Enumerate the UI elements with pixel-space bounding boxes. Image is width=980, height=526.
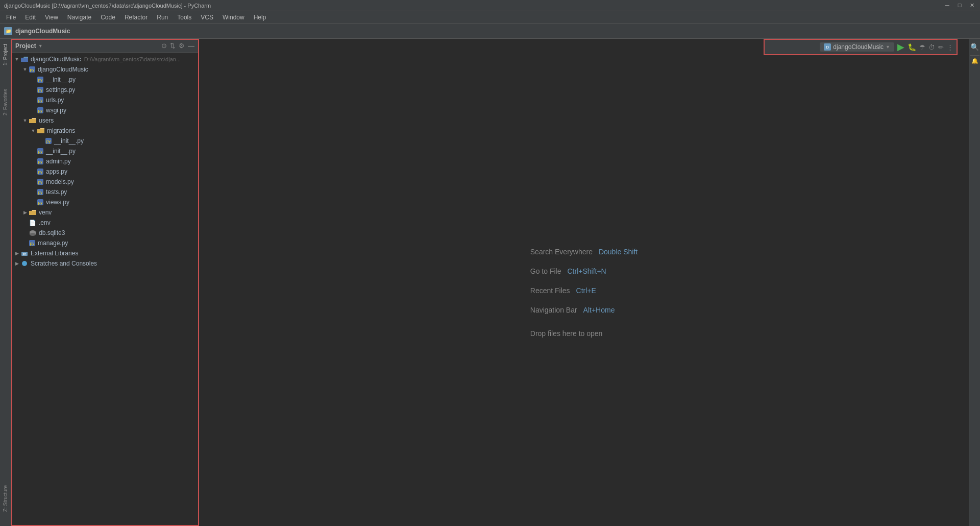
tree-item[interactable]: ▶libExternal Libraries [11,248,199,258]
tree-file-icon: py [37,148,44,155]
tree-item[interactable]: ▼users [11,115,199,126]
maximize-button[interactable]: □ [955,2,964,9]
tree-item[interactable]: pytests.py [11,187,199,197]
title-bar-controls: ─ □ ✕ [943,2,976,9]
menu-item-tools[interactable]: Tools [173,13,195,22]
tree-item[interactable]: py__init__.py [11,146,199,156]
run-button[interactable]: ▶ [897,41,904,53]
sidebar-item-structure[interactable]: Z: Structure [2,481,9,516]
tree-item[interactable]: db.sqlite3 [11,228,199,238]
tree-item-name: admin.py [46,158,71,165]
tree-item[interactable]: ▼migrations [11,126,199,136]
svg-text:lib: lib [22,252,26,256]
menu-item-edit[interactable]: Edit [21,13,40,22]
run-config-name: djangoCloudMusic [833,43,884,51]
tree-item-name: __init__.py [54,137,84,145]
tree-item[interactable]: pyviews.py [11,197,199,207]
minimize-panel-icon[interactable]: — [188,42,194,50]
menu-item-file[interactable]: File [2,13,20,22]
project-panel: Project ▼ ⊙ ⇅ ⚙ — ▼djangoCloudMusicD:\Va… [11,39,199,526]
svg-text:py: py [38,149,42,154]
tree-file-icon [20,56,29,63]
tree-item[interactable]: pymanage.py [11,238,199,248]
tree-file-icon [29,229,37,236]
project-header: 📁 djangoCloudMusic [0,23,980,39]
tree-item[interactable]: ▼djangoCloudMusicD:\Vagrant\vm_centos7\d… [11,54,199,64]
debug-button[interactable]: 🐛 [908,43,916,51]
tree-file-icon: py [37,97,44,104]
menu-item-view[interactable]: View [41,13,62,22]
tree-item-name: views.py [46,199,69,206]
editor-area: D djangoCloudMusic ▼ ▶ 🐛 ☂ ⏱ ✏ ⋮ Search … [199,39,969,526]
tree-file-icon: py [37,158,44,165]
tree-item[interactable]: py__init__.py [11,136,199,146]
svg-text:py: py [38,88,42,92]
sidebar-item-project[interactable]: 1: Project [2,40,9,69]
tree-file-icon: py [37,199,44,206]
recent-files-shortcut[interactable]: Ctrl+E [576,286,596,295]
expand-all-icon[interactable]: ⇅ [170,42,176,50]
menu-item-help[interactable]: Help [250,13,271,22]
tree-arrow-icon: ▼ [30,128,37,133]
profile-button[interactable]: ⏱ [928,43,935,51]
tree-file-icon: py [29,66,36,73]
minimize-button[interactable]: ─ [943,2,951,9]
navigation-bar-label: Navigation Bar [530,306,577,314]
locate-icon[interactable]: ⊙ [161,42,167,50]
edit-config-button[interactable]: ✏ [938,43,944,51]
project-panel-header: Project ▼ ⊙ ⇅ ⚙ — [11,39,199,53]
tree-item[interactable]: ▶venv [11,207,199,218]
search-everywhere-shortcut[interactable]: Double Shift [599,248,638,256]
navigation-bar-shortcut[interactable]: Alt+Home [583,306,615,314]
menu-item-vcs[interactable]: VCS [197,13,217,22]
recent-files-label: Recent Files [530,286,570,295]
search-everywhere-row: Search Everywhere Double Shift [530,248,638,256]
close-button[interactable]: ✕ [968,2,976,9]
svg-text:py: py [38,78,42,82]
tree-item[interactable]: py__init__.py [11,75,199,85]
tree-item-name: settings.py [46,86,75,93]
tree-item[interactable]: ▶Scratches and Consoles [11,258,199,269]
drop-files-text: Drop files here to open [530,329,603,338]
tree-item-name: Scratches and Consoles [31,260,97,267]
menu-item-navigate[interactable]: Navigate [63,13,95,22]
project-panel-title: Project ▼ [15,42,43,50]
menu-item-refactor[interactable]: Refactor [120,13,152,22]
tree-item[interactable]: pywsgi.py [11,105,199,115]
tree-item[interactable]: pyadmin.py [11,156,199,166]
tree-item-name: djangoCloudMusic [31,56,81,63]
tree-item[interactable]: ▼pydjangoCloudMusic [11,64,199,75]
notifications-icon[interactable]: 🔔 [971,58,978,64]
search-everywhere-icon[interactable]: 🔍 [970,43,979,51]
tree-item-name: models.py [46,178,74,185]
tree-arrow-icon: ▼ [21,118,29,123]
tree-item[interactable]: pyurls.py [11,95,199,105]
tree-item[interactable]: 📄.env [11,218,199,228]
svg-text:py: py [38,98,42,103]
tree-file-icon: py [37,76,44,83]
svg-text:py: py [38,170,42,174]
settings-icon[interactable]: ⚙ [179,42,185,50]
tree-file-icon: py [29,240,36,247]
sidebar-item-favorites[interactable]: 2: Favorites [2,85,9,119]
tree-item[interactable]: pysettings.py [11,85,199,95]
tree-item[interactable]: pymodels.py [11,177,199,187]
menu-item-code[interactable]: Code [96,13,119,22]
run-config-dropdown[interactable]: D djangoCloudMusic ▼ [820,42,894,52]
tree-item-name: tests.py [46,188,67,196]
tree-file-icon: 📄 [29,219,37,226]
goto-file-shortcut[interactable]: Ctrl+Shift+N [567,267,606,275]
svg-text:py: py [38,108,42,113]
svg-text:py: py [30,67,34,72]
tree-item-name: wsgi.py [46,107,66,114]
project-dropdown-arrow[interactable]: ▼ [38,43,43,49]
tree-item[interactable]: pyapps.py [11,166,199,177]
tree-file-icon: py [37,188,44,196]
tree-arrow-icon: ▶ [13,251,20,256]
menu-item-run[interactable]: Run [153,13,172,22]
coverage-button[interactable]: ☂ [919,43,925,51]
more-actions-button[interactable]: ⋮ [947,43,953,51]
tree-file-icon: lib [20,250,29,257]
menu-item-window[interactable]: Window [218,13,249,22]
tree-item-name: migrations [47,127,75,134]
